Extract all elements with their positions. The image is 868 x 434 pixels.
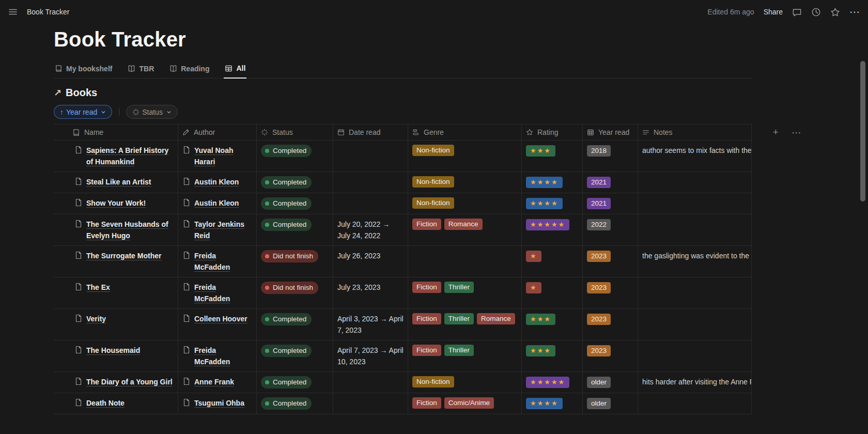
genre-cell[interactable]: FictionThriller [408, 340, 522, 371]
rating-cell[interactable]: ★★★★ [522, 193, 583, 214]
status-cell[interactable]: Completed [257, 214, 333, 245]
date-read-cell[interactable] [333, 393, 408, 414]
sort-chip-year-read[interactable]: ↑ Year read [54, 105, 112, 119]
author-cell[interactable]: Colleen Hoover [178, 309, 257, 340]
book-name-link[interactable]: The Diary of a Young Girl [86, 376, 173, 388]
status-cell[interactable]: Completed [257, 393, 333, 414]
status-cell[interactable]: Completed [257, 340, 333, 371]
notes-cell[interactable]: the gaslighting was evident to the p [638, 246, 752, 277]
name-cell[interactable]: Sapiens: A Brief History of Humankind [54, 141, 178, 172]
author-cell[interactable]: Freida McFadden [178, 340, 257, 371]
status-cell[interactable]: Completed [257, 141, 333, 172]
book-name-link[interactable]: Verity [86, 313, 106, 324]
tab-all[interactable]: All [224, 60, 246, 79]
notes-cell[interactable] [638, 309, 752, 340]
notes-cell[interactable]: author seems to mix facts with theo [638, 141, 752, 172]
author-cell[interactable]: Taylor Jenkins Reid [178, 214, 257, 245]
column-header-name[interactable]: Name [54, 125, 178, 140]
notes-cell[interactable] [638, 393, 752, 414]
author-cell[interactable]: Freida McFadden [178, 277, 257, 308]
notes-cell[interactable] [638, 193, 752, 214]
author-link[interactable]: Colleen Hoover [194, 313, 247, 324]
author-link[interactable]: Tsugumi Ohba [194, 397, 244, 409]
name-cell[interactable]: Steal Like an Artist [54, 172, 178, 193]
name-cell[interactable]: Death Note [54, 393, 178, 414]
author-cell[interactable]: Austin Kleon [178, 193, 257, 214]
status-cell[interactable]: Did not finish [257, 277, 333, 308]
name-cell[interactable]: The Seven Husbands of Evelyn Hugo [54, 214, 178, 245]
year-read-cell[interactable]: older [583, 372, 638, 393]
notes-cell[interactable] [638, 214, 752, 245]
rating-cell[interactable]: ★ [522, 246, 583, 277]
name-cell[interactable]: The Ex [54, 277, 178, 308]
date-read-cell[interactable]: July 23, 2023 [333, 277, 408, 308]
year-read-cell[interactable]: 2021 [583, 193, 638, 214]
year-read-cell[interactable]: 2023 [583, 246, 638, 277]
genre-cell[interactable]: Non-fiction [408, 193, 522, 214]
author-link[interactable]: Freida McFadden [194, 250, 252, 273]
author-cell[interactable]: Tsugumi Ohba [178, 393, 257, 414]
book-name-link[interactable]: Sapiens: A Brief History of Humankind [86, 145, 174, 167]
year-read-cell[interactable]: 2018 [583, 141, 638, 172]
author-link[interactable]: Yuval Noah Harari [194, 145, 252, 167]
status-cell[interactable]: Completed [257, 309, 333, 340]
year-read-cell[interactable]: older [583, 393, 638, 414]
author-cell[interactable]: Anne Frank [178, 372, 257, 393]
genre-cell[interactable]: FictionRomance [408, 214, 522, 245]
status-cell[interactable]: Completed [257, 193, 333, 214]
genre-cell[interactable]: FictionComic/Anime [408, 393, 522, 414]
book-name-link[interactable]: Death Note [86, 397, 125, 409]
notes-cell[interactable] [638, 172, 752, 193]
column-header-notes[interactable]: Notes [638, 125, 752, 140]
date-read-cell[interactable] [333, 141, 408, 172]
genre-cell[interactable]: Non-fiction [408, 372, 522, 393]
rating-cell[interactable]: ★★★ [522, 309, 583, 340]
status-cell[interactable]: Completed [257, 172, 333, 193]
column-header-date-read[interactable]: Date read [333, 125, 408, 140]
genre-cell[interactable]: Non-fiction [408, 141, 522, 172]
status-cell[interactable]: Did not finish [257, 246, 333, 277]
date-read-cell[interactable]: April 7, 2023 → April 10, 2023 [333, 340, 408, 371]
menu-icon[interactable] [8, 7, 18, 17]
name-cell[interactable]: Verity [54, 309, 178, 340]
column-header-genre[interactable]: Genre [408, 125, 522, 140]
column-header-author[interactable]: Author [178, 125, 257, 140]
year-read-cell[interactable]: 2023 [583, 309, 638, 340]
add-column-button[interactable]: + [773, 124, 779, 141]
date-read-cell[interactable] [333, 193, 408, 214]
author-link[interactable]: Freida McFadden [194, 345, 252, 367]
name-cell[interactable]: The Surrogate Mother [54, 246, 178, 277]
column-header-status[interactable]: Status [257, 125, 333, 140]
author-link[interactable]: Freida McFadden [194, 282, 252, 304]
name-cell[interactable]: The Housemaid [54, 340, 178, 371]
genre-cell[interactable]: Non-fiction [408, 172, 522, 193]
status-filter-chip[interactable]: Status [126, 105, 178, 119]
notes-cell[interactable] [638, 277, 752, 308]
author-cell[interactable]: Yuval Noah Harari [178, 141, 257, 172]
author-link[interactable]: Anne Frank [194, 376, 234, 388]
genre-cell[interactable]: FictionThrillerRomance [408, 309, 522, 340]
year-read-cell[interactable]: 2023 [583, 340, 638, 371]
book-name-link[interactable]: The Ex [86, 282, 110, 293]
author-cell[interactable]: Austin Kleon [178, 172, 257, 193]
year-read-cell[interactable]: 2022 [583, 214, 638, 245]
column-header-year-read[interactable]: Year read [583, 125, 638, 140]
date-read-cell[interactable]: July 26, 2023 [333, 246, 408, 277]
tab-reading[interactable]: Reading [168, 60, 210, 78]
rating-cell[interactable]: ★★★ [522, 340, 583, 371]
section-title[interactable]: Books [66, 87, 97, 99]
rating-cell[interactable]: ★★★★★ [522, 372, 583, 393]
rating-cell[interactable]: ★★★★ [522, 172, 583, 193]
column-header-rating[interactable]: Rating [522, 125, 583, 140]
date-read-cell[interactable]: April 3, 2023 → April 7, 2023 [333, 309, 408, 340]
date-read-cell[interactable] [333, 172, 408, 193]
book-name-link[interactable]: Steal Like an Artist [86, 176, 151, 188]
name-cell[interactable]: Show Your Work! [54, 193, 178, 214]
date-read-cell[interactable]: July 20, 2022 → July 24, 2022 [333, 214, 408, 245]
tab-my-bookshelf[interactable]: My bookshelf [54, 60, 113, 78]
favorite-star-icon[interactable] [830, 7, 840, 17]
notes-cell[interactable] [638, 340, 752, 371]
share-button[interactable]: Share [764, 8, 783, 16]
book-name-link[interactable]: The Housemaid [86, 345, 140, 356]
author-link[interactable]: Taylor Jenkins Reid [194, 219, 252, 241]
